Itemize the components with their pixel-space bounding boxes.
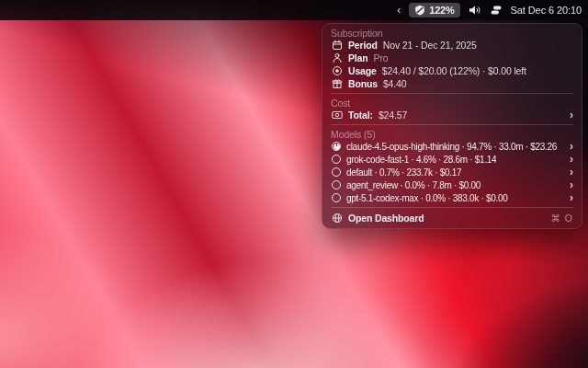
total-label: Total: [348,109,373,121]
model-row-gpt-5-1-codex-max[interactable]: gpt-5.1-codex-max · 0.0% · 383.0k · $0.0… [322,191,582,204]
model-usage-pie-icon [332,167,341,177]
period-value: Nov 21 - Dec 21, 2025 [383,40,477,51]
model-row-grok-code-fast-1[interactable]: grok-code-fast-1 · 4.6% · 28.6m · $1.14 … [322,153,582,166]
models-header: Models (5) [322,128,582,140]
model-usage-pie-icon [332,142,341,151]
usage-percent-label: 122% [429,5,454,16]
bonus-label: Bonus [348,78,378,89]
calendar-icon [331,40,343,51]
usage-app-shield-icon [414,5,425,16]
usage-value: $24.40 / $20.00 (122%) · $0.00 left [382,65,526,76]
usage-dropdown-panel: Subscription Period Nov 21 - Dec 21, 202… [322,23,582,229]
cost-header: Cost [322,97,582,109]
model-usage-pie-icon [332,180,341,190]
chevron-right-icon: › [570,167,573,178]
model-row-text: gpt-5.1-codex-max · 0.0% · 383.0k · $0.0… [346,193,508,203]
plan-value: Pro [374,52,389,63]
menubar-collapse-chevron-icon[interactable]: ‹ [397,4,401,16]
volume-menubar-item[interactable] [469,5,481,16]
subscription-row-plan: Plan Pro [322,52,582,64]
subscription-row-bonus: Bonus $4.40 [322,77,582,90]
person-icon [331,52,343,63]
subscription-header: Subscription [322,27,582,39]
open-dashboard-button[interactable]: Open Dashboard ⌘ O [322,211,582,224]
stacked-pills-icon [490,5,503,16]
chevron-right-icon: › [570,179,573,190]
section-divider [331,124,573,125]
usage-menubar-item[interactable]: 122% [409,3,459,17]
model-row-text: claude-4.5-opus-high-thinking · 94.7% · … [346,142,557,152]
model-row-claude-4-5-opus-high-thinking[interactable]: claude-4.5-opus-high-thinking · 94.7% · … [322,140,582,153]
model-row-agent-review[interactable]: agent_review · 0.0% · 7.8m · $0.00 › [322,178,582,191]
subscription-row-usage: Usage $24.40 / $20.00 (122%) · $0.00 lef… [322,64,582,77]
plan-label: Plan [348,52,368,63]
total-value: $24.57 [379,109,407,121]
open-dashboard-label: Open Dashboard [348,213,424,224]
record-icon [331,65,343,76]
model-row-text: default · 0.7% · 233.7k · $0.17 [346,167,461,178]
open-dashboard-shortcut: ⌘ O [550,213,573,224]
stacked-pills-menubar-item[interactable] [490,5,503,16]
chevron-right-icon: › [570,154,573,165]
section-divider [331,93,573,94]
bonus-value: $4.40 [383,78,407,89]
chevron-right-icon: › [570,141,573,152]
model-usage-pie-icon [332,193,341,202]
usage-label: Usage [348,65,377,76]
cost-total-row[interactable]: Total: $24.57 › [322,109,582,121]
section-divider [331,207,573,208]
banknote-icon [331,109,343,121]
model-row-text: agent_review · 0.0% · 7.8m · $0.00 [346,180,481,190]
model-row-default[interactable]: default · 0.7% · 233.7k · $0.17 › [322,166,582,178]
gift-icon [331,78,343,89]
globe-icon [331,213,343,224]
period-label: Period [348,40,378,51]
chevron-right-icon: › [570,109,573,121]
subscription-row-period: Period Nov 21 - Dec 21, 2025 [322,39,582,52]
menu-bar: ‹ 122% Sat Dec 6 20:10 [0,0,588,20]
model-usage-pie-icon [332,155,341,164]
chevron-right-icon: › [570,192,573,203]
menubar-clock[interactable]: Sat Dec 6 20:10 [511,5,582,16]
speaker-icon [469,5,481,16]
menubar-right-cluster: ‹ 122% Sat Dec 6 20:10 [397,3,588,17]
model-row-text: grok-code-fast-1 · 4.6% · 28.6m · $1.14 [346,155,496,165]
